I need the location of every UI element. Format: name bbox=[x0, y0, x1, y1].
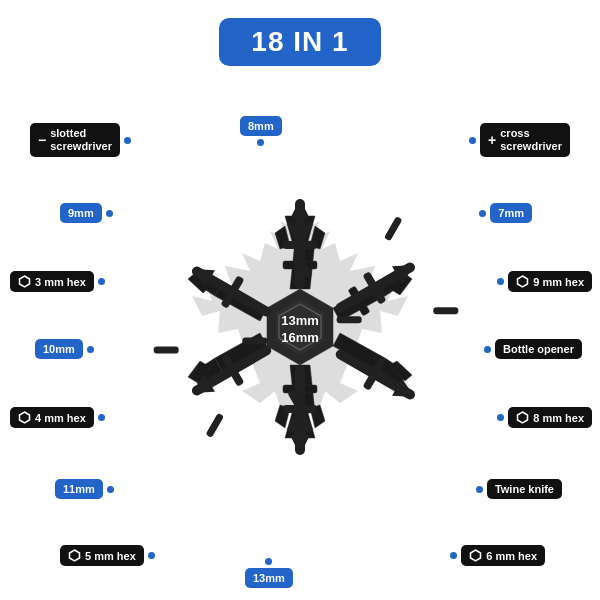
connector-dot bbox=[106, 210, 113, 217]
connector-dot bbox=[265, 558, 272, 565]
10mm-text: 10mm bbox=[43, 343, 75, 355]
hex-icon bbox=[18, 411, 31, 424]
twine-knife-box: Twine knife bbox=[487, 479, 562, 499]
connector-dot bbox=[479, 210, 486, 217]
11mm-text: 11mm bbox=[63, 483, 95, 495]
svg-rect-55 bbox=[154, 347, 179, 354]
hex-icon bbox=[516, 411, 529, 424]
5mm-hex-text: 5 mm hex bbox=[85, 550, 136, 562]
label-11mm: 11mm bbox=[55, 479, 114, 499]
label-cross-screwdriver: + cross screwdriver bbox=[469, 123, 570, 157]
svg-rect-52 bbox=[242, 338, 267, 345]
10mm-box: 10mm bbox=[35, 339, 83, 359]
snowflake-image: 13mm 16mm bbox=[140, 171, 460, 491]
svg-rect-53 bbox=[206, 413, 225, 438]
11mm-box: 11mm bbox=[55, 479, 103, 499]
8mm-box: 8mm bbox=[240, 116, 282, 136]
connector-dot bbox=[98, 278, 105, 285]
svg-marker-64 bbox=[70, 550, 80, 561]
8mm-hex-box: 8 mm hex bbox=[508, 407, 592, 428]
connector-dot bbox=[497, 414, 504, 421]
hex-icon bbox=[18, 275, 31, 288]
label-3mm-hex: 3 mm hex bbox=[10, 271, 105, 292]
8mm-text: 8mm bbox=[248, 120, 274, 132]
svg-marker-62 bbox=[20, 412, 30, 423]
connector-dot bbox=[257, 139, 264, 146]
7mm-box: 7mm bbox=[490, 203, 532, 223]
hex-icon bbox=[68, 549, 81, 562]
svg-marker-65 bbox=[471, 550, 481, 561]
connector-dot bbox=[476, 486, 483, 493]
snowflake-area: 13mm 16mm − slotted screwdriver 8mm + cr… bbox=[0, 71, 600, 591]
label-twine-knife: Twine knife bbox=[476, 479, 562, 499]
label-6mm-hex: 6 mm hex bbox=[450, 545, 545, 566]
svg-marker-63 bbox=[518, 412, 528, 423]
cross-screwdriver-box: + cross screwdriver bbox=[480, 123, 570, 157]
label-4mm-hex: 4 mm hex bbox=[10, 407, 105, 428]
connector-dot bbox=[107, 486, 114, 493]
9mm-hex-box: 9 mm hex bbox=[508, 271, 592, 292]
twine-knife-text: Twine knife bbox=[495, 483, 554, 495]
4mm-hex-box: 4 mm hex bbox=[10, 407, 94, 428]
plus-icon: + bbox=[488, 132, 496, 148]
svg-marker-38 bbox=[290, 199, 310, 219]
hex-icon bbox=[516, 275, 529, 288]
connector-dot bbox=[497, 278, 504, 285]
svg-marker-60 bbox=[20, 276, 30, 287]
title-badge: 18 IN 1 bbox=[219, 18, 380, 66]
label-bottle-opener: Bottle opener bbox=[484, 339, 582, 359]
13mm-bottom-text: 13mm bbox=[253, 572, 285, 584]
svg-rect-48 bbox=[433, 307, 458, 314]
7mm-text: 7mm bbox=[498, 207, 524, 219]
connector-dot bbox=[98, 414, 105, 421]
13mm-bottom-box: 13mm bbox=[245, 568, 293, 588]
3mm-hex-text: 3 mm hex bbox=[35, 276, 86, 288]
cross-screwdriver-text: cross screwdriver bbox=[500, 127, 562, 153]
label-7mm: 7mm bbox=[479, 203, 532, 223]
label-9mm-left: 9mm bbox=[60, 203, 113, 223]
bottle-opener-box: Bottle opener bbox=[495, 339, 582, 359]
connector-dot bbox=[484, 346, 491, 353]
label-8mm: 8mm bbox=[240, 116, 282, 146]
connector-dot bbox=[450, 552, 457, 559]
connector-dot bbox=[124, 137, 131, 144]
slotted-screwdriver-text: slotted screwdriver bbox=[50, 127, 112, 153]
6mm-hex-box: 6 mm hex bbox=[461, 545, 545, 566]
svg-rect-46 bbox=[384, 216, 403, 241]
connector-dot bbox=[148, 552, 155, 559]
label-slotted-screwdriver: − slotted screwdriver bbox=[30, 123, 131, 157]
9mm-hex-text: 9 mm hex bbox=[533, 276, 584, 288]
svg-text:16mm: 16mm bbox=[281, 330, 319, 345]
svg-text:13mm: 13mm bbox=[281, 313, 319, 328]
6mm-hex-text: 6 mm hex bbox=[486, 550, 537, 562]
page-container: 18 IN 1 bbox=[0, 0, 600, 600]
bottle-opener-text: Bottle opener bbox=[503, 343, 574, 355]
label-5mm-hex: 5 mm hex bbox=[60, 545, 155, 566]
8mm-hex-text: 8 mm hex bbox=[533, 412, 584, 424]
minus-icon: − bbox=[38, 132, 46, 148]
5mm-hex-box: 5 mm hex bbox=[60, 545, 144, 566]
svg-marker-41 bbox=[290, 435, 310, 455]
9mm-left-box: 9mm bbox=[60, 203, 102, 223]
connector-dot bbox=[87, 346, 94, 353]
label-9mm-hex: 9 mm hex bbox=[497, 271, 592, 292]
slotted-screwdriver-box: − slotted screwdriver bbox=[30, 123, 120, 157]
label-8mm-hex: 8 mm hex bbox=[497, 407, 592, 428]
connector-dot bbox=[469, 137, 476, 144]
hex-icon bbox=[469, 549, 482, 562]
label-10mm: 10mm bbox=[35, 339, 94, 359]
label-13mm-bottom: 13mm bbox=[245, 558, 293, 588]
3mm-hex-box: 3 mm hex bbox=[10, 271, 94, 292]
svg-marker-61 bbox=[518, 276, 528, 287]
4mm-hex-text: 4 mm hex bbox=[35, 412, 86, 424]
svg-rect-47 bbox=[337, 316, 362, 323]
9mm-left-text: 9mm bbox=[68, 207, 94, 219]
